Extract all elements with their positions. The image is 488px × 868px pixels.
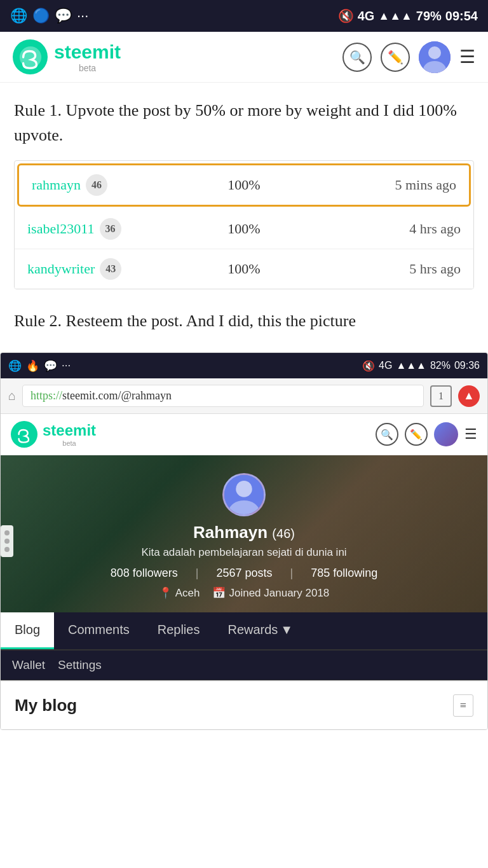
brand-logo bbox=[13, 39, 48, 74]
inner-logo bbox=[11, 421, 37, 448]
brand-name: steemit bbox=[54, 41, 121, 63]
forward-button[interactable]: ▲ bbox=[458, 385, 480, 407]
ss-signal-icon: ▲▲▲ bbox=[396, 360, 426, 371]
brand: steemit beta bbox=[13, 39, 121, 74]
dot-1 bbox=[4, 530, 10, 535]
edit-button[interactable]: ✏️ bbox=[381, 43, 410, 72]
profile-name: Rahmayn (46) bbox=[11, 523, 477, 542]
inner-avatar[interactable] bbox=[434, 422, 458, 446]
vote-badge-1: 46 bbox=[86, 174, 107, 196]
tab-rewards[interactable]: Rewards ▼ bbox=[214, 612, 307, 649]
joined-text: Joined January 2018 bbox=[229, 587, 329, 600]
inner-actions: 🔍 ✏️ ☰ bbox=[376, 422, 477, 446]
profile-meta: 📍 Aceh 📅 Joined January 2018 bbox=[11, 586, 477, 600]
menu-button[interactable]: ☰ bbox=[459, 46, 475, 67]
home-icon[interactable]: ⌂ bbox=[8, 389, 16, 403]
mute-icon: 🔇 bbox=[338, 8, 354, 24]
calendar-icon: 📅 bbox=[212, 586, 226, 600]
inner-menu-button[interactable]: ☰ bbox=[464, 426, 477, 443]
status-bar: 🌐 🔵 💬 ··· 🔇 4G ▲▲▲ 79% 09:54 bbox=[0, 0, 488, 32]
ss-fire-icon: 🔥 bbox=[26, 359, 39, 373]
status-left: 🌐 🔵 💬 ··· bbox=[10, 8, 88, 24]
inner-edit-button[interactable]: ✏️ bbox=[405, 423, 428, 446]
battery-label: 79% bbox=[416, 9, 442, 24]
rule1-text: Rule 1. Upvote the post by 50% or more b… bbox=[14, 98, 474, 148]
tab-comments-label: Comments bbox=[68, 623, 130, 637]
divider-2: | bbox=[290, 567, 294, 580]
my-blog-list-icon[interactable]: ≡ bbox=[453, 694, 473, 717]
vote-user-3: kandywriter 43 bbox=[27, 258, 172, 280]
my-blog-section: My blog ≡ bbox=[1, 680, 487, 729]
vote-percent-1: 100% bbox=[173, 177, 315, 193]
rule2-text: Rule 2. Resteem the post. And I did, thi… bbox=[14, 308, 474, 333]
vote-user-2: isabel23011 36 bbox=[27, 218, 172, 240]
profile-badge: (46) bbox=[272, 527, 295, 541]
profile-avatar bbox=[222, 473, 266, 516]
user-avatar[interactable] bbox=[419, 41, 451, 73]
vote-link-3[interactable]: kandywriter bbox=[27, 261, 95, 277]
ss-mute-icon: 🔇 bbox=[362, 360, 375, 372]
url-bar[interactable]: https://steemit.com/@rahmayn bbox=[22, 385, 424, 407]
wifi-icon: 🌐 bbox=[10, 8, 27, 24]
screenshot-browser: ⌂ https://steemit.com/@rahmayn 1 ▲ bbox=[1, 378, 487, 414]
navbar: steemit beta 🔍 ✏️ ☰ bbox=[0, 32, 488, 83]
inner-brand-beta: beta bbox=[43, 439, 96, 447]
joined-item: 📅 Joined January 2018 bbox=[212, 586, 329, 600]
vote-time-2: 4 hrs ago bbox=[316, 221, 461, 237]
ss-dots: ··· bbox=[62, 359, 71, 372]
profile-stats: 808 followers | 2567 posts | 785 followi… bbox=[11, 567, 477, 580]
followers-count: 808 followers bbox=[111, 567, 178, 580]
location-item: 📍 Aceh bbox=[159, 586, 200, 600]
vote-badge-2: 36 bbox=[100, 218, 121, 240]
dots-icon: ··· bbox=[77, 8, 88, 24]
my-blog-header: My blog ≡ bbox=[15, 694, 473, 717]
vote-row-1: rahmayn 46 100% 5 mins ago bbox=[17, 163, 471, 207]
tab-blog[interactable]: Blog bbox=[1, 612, 54, 649]
floating-dots bbox=[1, 525, 13, 557]
ss-time: 09:36 bbox=[454, 360, 480, 371]
cloud-icon: 🔵 bbox=[32, 8, 50, 24]
tab-button[interactable]: 1 bbox=[430, 385, 452, 407]
my-blog-title: My blog bbox=[15, 696, 77, 715]
dot-3 bbox=[4, 547, 10, 552]
search-icon: 🔍 bbox=[349, 50, 365, 65]
inner-brand: steemit beta bbox=[11, 421, 96, 448]
tab-settings[interactable]: Settings bbox=[58, 658, 102, 672]
vote-link-1[interactable]: rahmayn bbox=[32, 177, 81, 193]
sub-tabs: Wallet Settings bbox=[1, 651, 487, 680]
vote-time-3: 5 hrs ago bbox=[316, 261, 461, 277]
edit-icon: ✏️ bbox=[388, 50, 403, 65]
screenshot-embed: 🌐 🔥 💬 ··· 🔇 4G ▲▲▲ 82% 09:36 ⌂ https://s… bbox=[0, 352, 488, 730]
location-icon: 📍 bbox=[159, 586, 172, 600]
navbar-actions: 🔍 ✏️ ☰ bbox=[342, 41, 475, 73]
brand-beta: beta bbox=[54, 63, 121, 73]
vote-row-2: isabel23011 36 100% 4 hrs ago bbox=[15, 209, 473, 249]
vote-percent-2: 100% bbox=[172, 221, 316, 237]
message-icon: 💬 bbox=[55, 8, 72, 24]
status-right: 🔇 4G ▲▲▲ 79% 09:54 bbox=[338, 8, 478, 24]
tab-comments[interactable]: Comments bbox=[54, 612, 144, 649]
tab-blog-label: Blog bbox=[15, 623, 40, 637]
inner-search-button[interactable]: 🔍 bbox=[376, 423, 398, 446]
article-content: Rule 1. Upvote the post by 50% or more b… bbox=[0, 83, 488, 352]
vote-time-1: 5 mins ago bbox=[315, 177, 456, 193]
following-count: 785 following bbox=[311, 567, 377, 580]
tab-wallet[interactable]: Wallet bbox=[12, 658, 45, 672]
screenshot-statusbar: 🌐 🔥 💬 ··· 🔇 4G ▲▲▲ 82% 09:36 bbox=[1, 353, 487, 378]
tab-replies[interactable]: Replies bbox=[144, 612, 214, 649]
tab-rewards-label: Rewards bbox=[227, 623, 278, 637]
svg-point-2 bbox=[428, 46, 441, 59]
vote-table: rahmayn 46 100% 5 mins ago isabel23011 3… bbox=[14, 160, 474, 289]
vote-link-2[interactable]: isabel23011 bbox=[27, 221, 95, 237]
inner-navbar: steemit beta 🔍 ✏️ ☰ bbox=[1, 414, 487, 455]
vote-percent-3: 100% bbox=[172, 261, 316, 277]
network-label: 4G bbox=[358, 9, 375, 24]
vote-user-1: rahmayn 46 bbox=[32, 174, 173, 196]
vote-badge-3: 43 bbox=[100, 258, 121, 280]
time-label: 09:54 bbox=[445, 9, 478, 24]
profile-bio: Kita adalah pembelajaran sejati di dunia… bbox=[11, 546, 477, 559]
https-text: https:// bbox=[30, 389, 62, 402]
rewards-chevron-icon: ▼ bbox=[280, 623, 293, 637]
ss-wifi-icon: 🌐 bbox=[8, 359, 22, 373]
search-button[interactable]: 🔍 bbox=[342, 43, 372, 72]
